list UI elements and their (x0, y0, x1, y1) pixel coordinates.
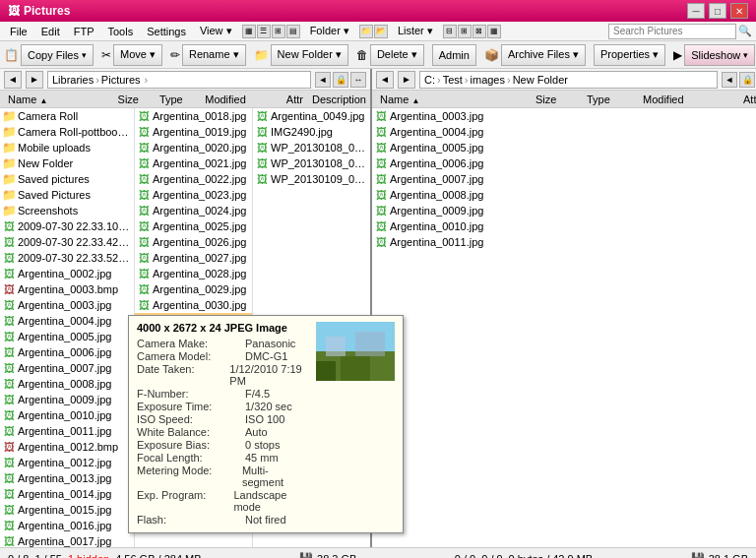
slideshow-button[interactable]: Slideshow▾ (684, 44, 755, 66)
list-item[interactable]: 🖼 WP_20130108_003.jpg (253, 140, 370, 155)
minimize-button[interactable]: ─ (687, 3, 705, 19)
copy-files-button[interactable]: Copy Files▾ (21, 44, 94, 66)
maximize-button[interactable]: □ (709, 3, 726, 19)
list-item[interactable]: 🖼 Argentina_0007.jpg (372, 171, 756, 187)
new-folder-button[interactable]: New Folder ▾ (271, 44, 348, 66)
menu-lister[interactable]: Lister ▾ (392, 24, 439, 38)
list-item[interactable]: 🖼 2009-07-30 22.33.10.jpg (0, 218, 134, 234)
list-item[interactable]: 📁 Camera Roll (0, 108, 134, 124)
list-item[interactable]: 📁 Mobile uploads (0, 140, 134, 155)
right-col-modified-header[interactable]: Modified (643, 93, 741, 105)
menu-settings[interactable]: Settings (141, 25, 192, 38)
close-button[interactable]: ✕ (730, 3, 748, 19)
list-item[interactable]: 🖼 Argentina_0021.jpg (135, 155, 252, 171)
properties-button[interactable]: Properties ▾ (594, 44, 665, 66)
list-item[interactable]: 🖼 Argentina_0010.jpg (372, 218, 756, 234)
list-item[interactable]: 🖼 Argentina_0006.jpg (372, 155, 756, 171)
menu-view-icons[interactable]: ▦ ☰ ⊞ ▤ (242, 25, 300, 38)
list-item[interactable]: 🖼 Argentina_0002.jpg (0, 266, 134, 281)
admin-button[interactable]: Admin (432, 44, 476, 66)
menu-ftp[interactable]: FTP (68, 25, 100, 38)
list-item[interactable]: 🖼 Argentina_0011.jpg (0, 423, 134, 439)
right-col-type-header[interactable]: Type (587, 93, 641, 105)
left-sync-btn[interactable]: ↔ (350, 72, 366, 88)
right-lock-btn[interactable]: 🔒 (739, 72, 755, 88)
right-back-button[interactable]: ◄ (376, 71, 394, 89)
list-item[interactable]: 🖼 Argentina_0014.jpg (0, 486, 134, 502)
path-libraries[interactable]: Libraries (52, 74, 94, 86)
left-lock-btn[interactable]: 🔒 (333, 72, 348, 88)
right-toggle-btn[interactable]: ◄ (722, 72, 737, 88)
list-item[interactable]: 🖼 Argentina_0049.jpg (253, 108, 370, 124)
list-item[interactable]: 🖼 Argentina_0012.bmp (0, 439, 134, 455)
forward-button[interactable]: ► (26, 71, 43, 89)
list-item[interactable]: 🖼 Argentina_0005.jpg (372, 140, 756, 155)
list-item[interactable]: 🖼 Argentina_0030.jpg (135, 297, 252, 313)
list-item[interactable]: 🖼 Argentina_0023.jpg (135, 187, 252, 203)
list-item[interactable]: 🖼 Argentina_0025.jpg (135, 218, 252, 234)
path-images[interactable]: images (471, 74, 505, 86)
list-item[interactable]: 🖼 Argentina_0020.jpg (135, 140, 252, 155)
right-col-name-header[interactable]: Name ▲ (376, 93, 534, 105)
list-item[interactable]: 🖼 Argentina_0016.jpg (0, 518, 134, 533)
list-item[interactable]: 🖼 Argentina_0004.jpg (372, 124, 756, 140)
list-item[interactable]: 📁 Saved Pictures (0, 187, 134, 203)
menu-file[interactable]: File (4, 25, 33, 38)
list-item[interactable]: 🖼 Argentina_0006.jpg (0, 344, 134, 360)
list-item[interactable]: 📁 Camera Roll-pottbookair (0, 124, 134, 140)
list-item[interactable]: 🖼 Argentina_0027.jpg (135, 250, 252, 266)
list-item[interactable]: 🖼 2009-07-30 22.33.42.jpg (0, 234, 134, 250)
col-size-header[interactable]: Size (118, 93, 158, 105)
menu-lister-icons[interactable]: ⊟ ⊞ ⊠ ▦ (443, 25, 501, 38)
list-item[interactable]: 📁 Screenshots (0, 203, 134, 218)
col-attr-header[interactable]: Attr (286, 93, 310, 105)
right-col-size-header[interactable]: Size (536, 93, 585, 105)
list-item[interactable]: 🖼 Argentina_0004.jpg (0, 313, 134, 329)
rename-button[interactable]: Rename ▾ (182, 44, 246, 66)
list-item[interactable]: 🖼 Argentina_0013.jpg (0, 470, 134, 486)
list-item[interactable]: 🖼 Argentina_0019.jpg (135, 124, 252, 140)
delete-button[interactable]: Delete ▾ (370, 44, 424, 66)
list-item[interactable]: 🖼 IMG2490.jpg (253, 124, 370, 140)
menu-tools[interactable]: Tools (101, 25, 139, 38)
list-item[interactable]: 🖼 Argentina_0029.jpg (135, 281, 252, 297)
list-item[interactable]: 🖼 WP_20130109_003.jpg (253, 171, 370, 187)
left-toggle-btn[interactable]: ◄ (315, 72, 331, 88)
path-pictures[interactable]: Pictures (101, 74, 141, 86)
search-input[interactable] (608, 24, 736, 39)
search-icon[interactable]: 🔍 (738, 25, 752, 37)
list-item[interactable]: 🖼 Argentina_0008.jpg (372, 187, 756, 203)
menu-view[interactable]: View ▾ (194, 24, 238, 38)
list-item[interactable]: 🖼 Argentina_0011.jpg (372, 234, 756, 250)
list-item[interactable]: 🖼 Argentina_0005.jpg (0, 329, 134, 344)
back-button[interactable]: ◄ (4, 71, 22, 89)
list-item[interactable]: 🖼 Argentina_0007.jpg (0, 360, 134, 376)
menu-folder-icons[interactable]: 📁 📂 (359, 25, 388, 38)
col-type-header[interactable]: Type (159, 93, 203, 105)
list-item[interactable]: 🖼 WP_20130108_004.jpg (253, 155, 370, 171)
list-item[interactable]: 🖼 Argentina_0008.jpg (0, 376, 134, 392)
search-box[interactable]: 🔍 (608, 24, 752, 39)
list-item[interactable]: 🖼 Argentina_0003.bmp (0, 281, 134, 297)
list-item[interactable]: 🖼 Argentina_0028.jpg (135, 266, 252, 281)
list-item[interactable]: 📁 New Folder (0, 155, 134, 171)
path-c[interactable]: C: (424, 74, 435, 86)
col-modified-header[interactable]: Modified (205, 93, 284, 105)
right-col-attr-header[interactable]: Attr (743, 93, 756, 105)
list-item[interactable]: 🖼 Argentina_0015.jpg (0, 502, 134, 518)
list-item[interactable]: 🖼 Argentina_0018.jpg (135, 108, 252, 124)
menu-folder[interactable]: Folder ▾ (304, 24, 355, 38)
move-button[interactable]: Move ▾ (113, 44, 162, 66)
list-item[interactable]: 🖼 Argentina_0022.jpg (135, 171, 252, 187)
list-item[interactable]: 🖼 Argentina_0003.jpg (372, 108, 756, 124)
list-item[interactable]: 🖼 Argentina_0026.jpg (135, 234, 252, 250)
archive-button[interactable]: Archive Files ▾ (501, 44, 586, 66)
col-desc-header[interactable]: Description (312, 93, 366, 105)
col-name-header[interactable]: Name ▲ (4, 93, 116, 105)
list-item[interactable]: 🖼 Argentina_0003.jpg (0, 297, 134, 313)
list-item[interactable]: 🖼 Argentina_0012.jpg (0, 455, 134, 470)
list-item[interactable]: 🖼 Argentina_0024.jpg (135, 203, 252, 218)
path-newfolder[interactable]: New Folder (513, 74, 568, 86)
list-item[interactable]: 🖼 2009-07-30 22.33.52.jpg (0, 250, 134, 266)
path-test[interactable]: Test (443, 74, 463, 86)
